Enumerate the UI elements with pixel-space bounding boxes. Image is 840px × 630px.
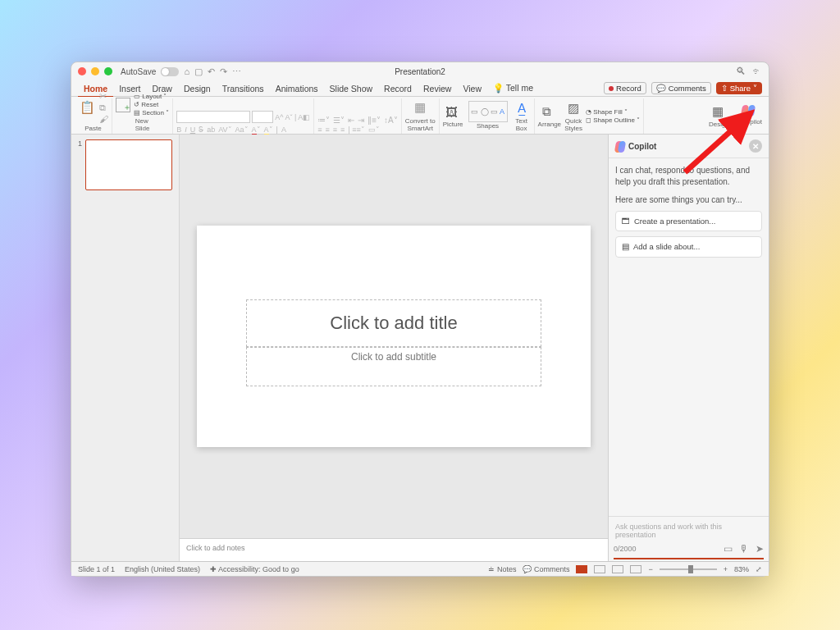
copilot-input[interactable]: Ask questions and work with this present… bbox=[614, 520, 764, 541]
reset-button[interactable]: ↺ Reset bbox=[134, 101, 169, 108]
numbering-button[interactable]: ☰˅ bbox=[333, 116, 345, 125]
more-qat-icon[interactable]: ⋯ bbox=[232, 66, 241, 77]
copilot-panel: Copilot ✕ I can chat, respond to questio… bbox=[608, 135, 769, 561]
slideshow-view-button[interactable] bbox=[630, 565, 641, 573]
record-label: Record bbox=[616, 84, 641, 93]
font-family-input[interactable] bbox=[176, 111, 250, 123]
slides-group: ＋ ▭ Layout ˅ ↺ Reset ▤ Section ˅ New Sli… bbox=[112, 98, 173, 134]
titlebar: AutoSave ⌂ ▢ ↶ ↷ ⋯ Presentation2 🔍︎ ᯤ bbox=[71, 62, 769, 80]
suggestion-1-label: Create a presentation... bbox=[634, 216, 715, 226]
copilot-button[interactable]: Copilot bbox=[742, 105, 762, 127]
suggestion-2-label: Add a slide about... bbox=[633, 241, 700, 252]
tell-me-label: Tell me bbox=[506, 83, 533, 93]
attach-icon[interactable]: ▭ bbox=[724, 543, 733, 555]
fit-window-button[interactable]: ⤢ bbox=[756, 565, 762, 573]
zoom-in-button[interactable]: + bbox=[724, 565, 728, 573]
accessibility-status[interactable]: ✚ Accessibility: Good to go bbox=[210, 565, 299, 573]
notes-toggle[interactable]: ≐ Notes bbox=[488, 565, 516, 573]
reading-view-button[interactable] bbox=[612, 565, 623, 573]
bold-button[interactable]: B bbox=[176, 126, 181, 134]
cut-icon[interactable]: ✂ bbox=[99, 91, 108, 102]
notes-pane[interactable]: Click to add notes bbox=[180, 538, 608, 561]
suggestion-add-slide[interactable]: ▤ Add a slide about... bbox=[615, 236, 762, 257]
language-status[interactable]: English (United States) bbox=[125, 565, 200, 573]
smartart-label: Convert to SmartArt bbox=[405, 117, 436, 132]
italic-button[interactable]: I bbox=[185, 126, 187, 134]
designer-button[interactable]: ▦Designer bbox=[709, 103, 735, 130]
shape-fill-button[interactable]: ◔ Shape Fill ˅ bbox=[586, 108, 640, 116]
smartart-group: ▦ Convert to SmartArt bbox=[402, 98, 440, 134]
close-panel-button[interactable]: ✕ bbox=[749, 139, 762, 153]
bullets-button[interactable]: ≔˅ bbox=[317, 116, 330, 125]
record-button[interactable]: Record bbox=[604, 82, 646, 94]
tab-animations[interactable]: Animations bbox=[270, 81, 324, 96]
normal-view-button[interactable] bbox=[576, 565, 587, 573]
tell-me-button[interactable]: 💡 Tell me bbox=[487, 80, 539, 96]
suggestion-create-presentation[interactable]: 🗔 Create a presentation... bbox=[615, 211, 762, 231]
char-counter: 0/2000 bbox=[614, 545, 637, 553]
tab-transitions[interactable]: Transitions bbox=[217, 81, 270, 96]
tab-review[interactable]: Review bbox=[418, 81, 457, 96]
strike-button[interactable]: S̶ bbox=[199, 126, 203, 134]
align-left-button[interactable]: ≡ bbox=[317, 126, 322, 134]
comments-button[interactable]: 💬 Comments bbox=[651, 82, 711, 94]
comments-toggle[interactable]: 💬 Comments bbox=[523, 565, 569, 573]
slide-count[interactable]: Slide 1 of 1 bbox=[78, 565, 115, 573]
picture-button[interactable]: 🖼Picture bbox=[443, 103, 463, 130]
textbox-button[interactable]: A̲Text Box bbox=[513, 99, 531, 134]
app-body: 1 Click to add title Click to add subtit… bbox=[71, 135, 769, 561]
redo-icon[interactable]: ↷ bbox=[220, 66, 227, 77]
subtitle-placeholder[interactable]: Click to add subtitle bbox=[246, 347, 541, 386]
zoom-slider[interactable] bbox=[660, 568, 717, 570]
copilot-icon bbox=[742, 105, 755, 118]
tab-slideshow[interactable]: Slide Show bbox=[324, 81, 379, 96]
arrange-button[interactable]: ⧉Arrange bbox=[538, 103, 561, 130]
convert-smartart-button[interactable]: ▦ bbox=[411, 98, 429, 116]
underline-button[interactable]: U bbox=[190, 126, 196, 134]
clipboard-extra[interactable]: ✂ ⧉ 🖌 bbox=[99, 91, 108, 124]
font-size-input[interactable] bbox=[252, 111, 273, 123]
slide-canvas[interactable]: Click to add title Click to add subtitle bbox=[197, 226, 591, 447]
search-icon[interactable]: 🔍︎ bbox=[736, 66, 746, 77]
align-text-button[interactable]: ▭˅ bbox=[368, 126, 380, 134]
more-font-button[interactable]: ab bbox=[207, 126, 215, 134]
layout-button[interactable]: ▭ Layout ˅ bbox=[134, 93, 169, 100]
zoom-level[interactable]: 83% bbox=[734, 565, 749, 573]
copy-icon[interactable]: ⧉ bbox=[99, 103, 108, 113]
save-icon[interactable]: ▢ bbox=[194, 66, 203, 77]
format-painter-icon[interactable]: 🖌 bbox=[99, 114, 108, 124]
home-icon[interactable]: ⌂ bbox=[184, 66, 189, 76]
shapes-button[interactable]: ▭ ◯ ▭ A Shapes bbox=[468, 101, 508, 131]
slide-thumbnail-panel[interactable]: 1 bbox=[71, 135, 180, 561]
text-direction-button[interactable]: ↕A˅ bbox=[384, 116, 398, 125]
undo-icon[interactable]: ↶ bbox=[208, 66, 215, 77]
ribbon: 📋 ✂ ⧉ 🖌 Paste ＋ ▭ Layout ˅ ↺ Reset ▤ Sec… bbox=[71, 97, 769, 135]
share-button[interactable]: ⇧ Share ˅ bbox=[716, 82, 762, 94]
autosave-label: AutoSave bbox=[121, 67, 156, 76]
tab-record[interactable]: Record bbox=[378, 81, 418, 96]
title-placeholder[interactable]: Click to add title bbox=[246, 299, 541, 347]
copilot-input-area: Ask questions and work with this present… bbox=[609, 516, 769, 561]
thumb-number: 1 bbox=[78, 139, 82, 556]
zoom-out-button[interactable]: − bbox=[648, 565, 652, 573]
quick-styles-button[interactable]: ▨Quick Styles bbox=[564, 99, 582, 134]
highlight-button[interactable]: A˅ bbox=[264, 126, 273, 134]
shape-outline-button[interactable]: ◻ Shape Outline ˅ bbox=[586, 116, 640, 124]
presentation-icon: 🗔 bbox=[622, 216, 630, 226]
section-button[interactable]: ▤ Section ˅ bbox=[134, 109, 169, 116]
copilot-title: Copilot bbox=[628, 142, 656, 151]
font-color-button[interactable]: A˅ bbox=[252, 126, 261, 134]
new-slide-button[interactable]: ＋ bbox=[116, 98, 130, 112]
sorter-view-button[interactable] bbox=[594, 565, 605, 573]
paste-button[interactable]: 📋 bbox=[78, 98, 96, 116]
new-slide-label: New Slide bbox=[135, 117, 150, 132]
arrange-group: ⧉Arrange ▨Quick Styles ◔ Shape Fill ˅ ◻ … bbox=[535, 98, 645, 134]
tab-design[interactable]: Design bbox=[178, 81, 217, 96]
account-icon[interactable]: ᯤ bbox=[752, 66, 762, 77]
slide-thumbnail-1[interactable] bbox=[85, 139, 172, 190]
autosave-toggle[interactable] bbox=[161, 67, 179, 76]
send-icon[interactable]: ➤ bbox=[756, 543, 764, 555]
tab-view[interactable]: View bbox=[457, 81, 487, 96]
mic-icon[interactable]: 🎙 bbox=[739, 543, 749, 555]
paragraph-group: ≔˅ ☰˅ ⇤⇥ ‖≡˅ ↕A˅ ≡ ≡≡≡ | ≡≡˅ ▭˅ bbox=[314, 98, 402, 134]
